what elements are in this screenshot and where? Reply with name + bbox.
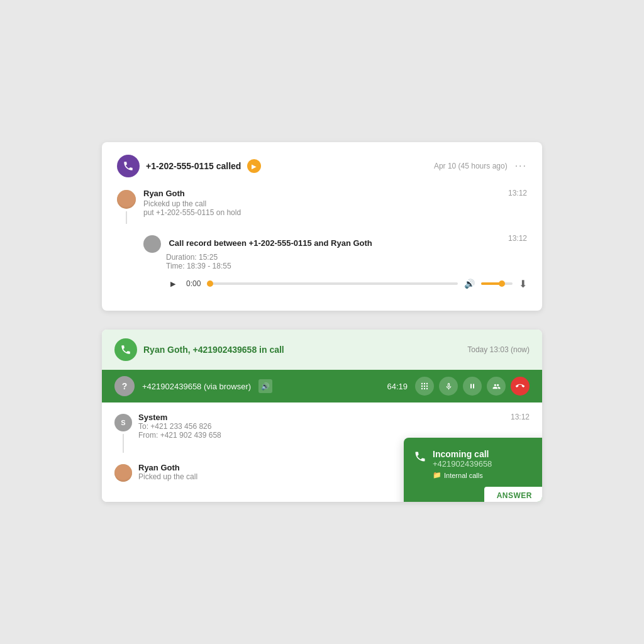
past-call-card: +1-202-555-0115 called ▶ Apr 10 (45 hour… (102, 142, 542, 311)
system-content: System To: +421 233 456 826 From: +421 9… (138, 413, 499, 440)
more-options-button[interactable]: ··· (515, 160, 527, 172)
answer-btn-wrap: ANSWER (414, 487, 542, 502)
call-timer: 64:19 (387, 382, 408, 391)
active-call-label: Ryan Goth, +421902439658 in call (143, 345, 284, 355)
active-call-card: Ryan Goth, +421902439658 in call Today 1… (102, 330, 542, 502)
caller-avatar: ? (114, 376, 135, 396)
popup-tag: 📁 Internal calls (433, 471, 492, 479)
record-title: Call record between +1-202-555-0115 and … (169, 238, 372, 248)
active-call-header-left: Ryan Goth, +421902439658 in call (114, 338, 284, 361)
speaker-button[interactable]: 🔊 (258, 379, 272, 393)
active-call-body: S System To: +421 233 456 826 From: +421… (102, 402, 542, 502)
active-call-header: Ryan Goth, +421902439658 in call Today 1… (102, 330, 542, 370)
agent-time: 13:12 (503, 189, 527, 197)
card1-header-right: Apr 10 (45 hours ago) ··· (434, 160, 527, 172)
record-row: Call record between +1-202-555-0115 and … (143, 234, 527, 253)
agent-item-content: Ryan Goth Pickekd up the call put +1-202… (143, 189, 496, 217)
caller-number: +421902439658 (via browser) (142, 382, 251, 391)
system-name: System (138, 413, 499, 422)
incoming-call-popup: Incoming call +421902439658 📁 Internal c… (404, 438, 542, 502)
progress-dot (207, 280, 213, 287)
popup-header: Incoming call +421902439658 📁 Internal c… (414, 449, 542, 479)
record-info: Call record between +1-202-555-0115 and … (143, 234, 372, 253)
purple-phone-icon (117, 155, 140, 177)
popup-info: Incoming call +421902439658 📁 Internal c… (433, 449, 492, 479)
call-controls (415, 377, 530, 396)
agent-action2: put +1-202-555-0115 on hold (143, 208, 496, 217)
agent-avatar (117, 190, 136, 209)
agent-timeline-item: Ryan Goth Pickekd up the call put +1-202… (117, 189, 527, 224)
active-call-time: Today 13:03 (now) (467, 345, 530, 354)
ryan-avatar (114, 464, 132, 482)
popup-tag-label: Internal calls (444, 472, 483, 479)
card1-header: +1-202-555-0115 called ▶ Apr 10 (45 hour… (117, 155, 527, 177)
green-phone-icon (114, 338, 137, 361)
download-icon[interactable]: ⬇ (519, 278, 527, 290)
agent-name: Ryan Goth (143, 189, 496, 198)
volume-bar[interactable] (481, 282, 513, 285)
mute-button[interactable] (439, 377, 458, 396)
record-section: Call record between +1-202-555-0115 and … (143, 234, 527, 291)
record-details: Duration: 15:25 Time: 18:39 - 18:55 ▶ 0:… (166, 253, 527, 291)
record-time: 13:12 (503, 234, 527, 243)
card1-header-left: +1-202-555-0115 called ▶ (117, 155, 261, 177)
svg-point-3 (421, 386, 423, 387)
audio-time: 0:00 (186, 279, 201, 288)
audio-play-button[interactable]: ▶ (166, 277, 180, 291)
incoming-call-number: +421902439658 (433, 459, 492, 469)
svg-point-0 (421, 383, 423, 384)
audio-progress-bar[interactable] (207, 282, 458, 285)
svg-point-1 (424, 383, 425, 384)
hold-button[interactable] (463, 377, 482, 396)
end-call-button[interactable] (511, 377, 530, 396)
system-time: 13:12 (506, 413, 530, 421)
svg-point-2 (426, 383, 428, 384)
system-to: To: +421 233 456 826 (138, 422, 499, 431)
record-time-range: Time: 18:39 - 18:55 (166, 262, 527, 270)
svg-point-4 (424, 386, 425, 387)
incoming-call-title: Incoming call (433, 449, 492, 459)
svg-point-5 (426, 386, 428, 387)
popup-phone-icon (414, 450, 426, 466)
play-button[interactable]: ▶ (247, 159, 261, 173)
svg-point-7 (424, 388, 425, 389)
transfer-button[interactable] (487, 377, 506, 396)
volume-icon[interactable]: 🔊 (464, 279, 475, 289)
play-icon: ▶ (252, 163, 257, 170)
answer-button[interactable]: ANSWER (484, 487, 542, 502)
dialpad-button[interactable] (415, 377, 434, 396)
caller-number-label: +1-202-555-0115 called (146, 161, 241, 171)
svg-point-6 (421, 388, 423, 389)
agent-action1: Pickekd up the call (143, 199, 496, 208)
active-call-bar: ? +421902439658 (via browser) 🔊 64:19 (102, 370, 542, 402)
svg-point-8 (426, 388, 428, 389)
record-duration: Duration: 15:25 (166, 253, 527, 262)
audio-player: ▶ 0:00 🔊 ⬇ (166, 277, 527, 291)
call-date: Apr 10 (45 hours ago) (434, 162, 508, 170)
system-avatar: S (114, 414, 132, 431)
folder-icon: 📁 (433, 471, 441, 479)
